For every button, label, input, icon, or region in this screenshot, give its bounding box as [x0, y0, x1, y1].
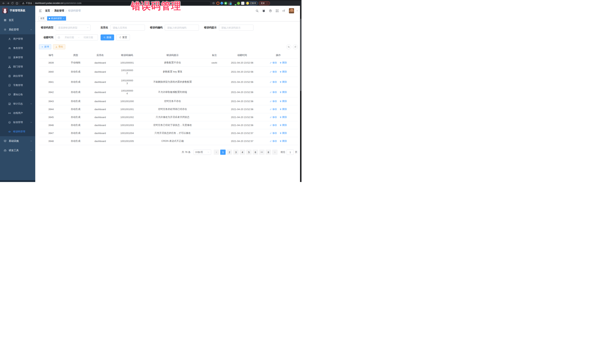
scrollbar-thumb[interactable] — [300, 19, 301, 91]
delete-link[interactable]: 删除 — [280, 116, 287, 119]
edit-link[interactable]: 修改 — [270, 91, 277, 94]
extension-icon-puzzle[interactable] — [241, 2, 244, 5]
browser-home-icon[interactable] — [15, 1, 19, 5]
extension-icon-grid-drop[interactable] — [228, 2, 232, 5]
delete-link[interactable]: 删除 — [280, 91, 287, 94]
prev-page-button[interactable] — [214, 150, 219, 155]
breadcrumb-system[interactable]: 系统管理 — [54, 9, 64, 12]
page-button-4[interactable]: 4 — [240, 150, 245, 155]
edit-link[interactable]: 修改 — [270, 140, 277, 143]
browser-address-bar[interactable]: 不安全 dashboard.yudao.iocoder.cn/system/er… — [20, 1, 211, 5]
breadcrumb-home[interactable]: 首页 — [45, 9, 50, 12]
sidebar-item-infrastructure[interactable]: 基础设施 — [0, 136, 35, 146]
reset-button[interactable]: 重置 — [116, 34, 130, 40]
plus-icon — [41, 46, 43, 48]
sidebar-item-announcements[interactable]: 通知公告 — [0, 90, 35, 99]
edit-link[interactable]: 修改 — [270, 124, 277, 127]
col-type: 类型 — [63, 52, 88, 59]
search-button[interactable]: 搜索 — [101, 34, 114, 40]
tab-home[interactable]: 首页 — [39, 16, 46, 21]
code-icon — [8, 130, 11, 133]
sidebar-item-positions[interactable]: 岗位管理 — [0, 71, 35, 81]
sidebar-item-users[interactable]: 用户管理 — [0, 34, 35, 44]
tab-error-code[interactable]: 错误码管理 — [47, 16, 66, 21]
next-page-button[interactable] — [272, 150, 278, 155]
browser-forward-icon[interactable] — [6, 1, 10, 5]
browser-reload-icon[interactable] — [11, 1, 14, 5]
trash-icon — [280, 81, 282, 83]
edit-link[interactable]: 修改 — [270, 116, 277, 119]
error-hint-input[interactable] — [219, 25, 254, 31]
caret-down-icon[interactable] — [296, 10, 298, 12]
dashboard-icon — [4, 19, 7, 22]
scrollbar[interactable] — [300, 6, 302, 182]
table-row: 3939 手动编辑 dashboard 1001000001 参数配置不存在 c… — [39, 59, 298, 67]
goto-page-input[interactable] — [287, 150, 294, 155]
export-button[interactable]: 导出 — [53, 44, 65, 49]
user-avatar[interactable] — [289, 8, 294, 13]
extension-icon-tampermonkey[interactable]: on — [233, 2, 236, 5]
delete-link[interactable]: 删除 — [280, 70, 287, 73]
sidebar-item-home[interactable]: 首页 — [0, 15, 35, 25]
github-icon[interactable] — [262, 9, 265, 12]
sidebar-item-system[interactable]: 系统管理 — [0, 25, 35, 34]
sidebar-item-departments[interactable]: 部门管理 — [0, 62, 35, 71]
close-icon[interactable] — [63, 18, 64, 19]
edit-link[interactable]: 修改 — [270, 70, 277, 73]
page-size-select[interactable] — [194, 150, 211, 155]
edit-link[interactable]: 修改 — [270, 132, 277, 135]
page-button-6[interactable]: 6 — [253, 150, 258, 155]
col-time: 创建时间 — [225, 52, 259, 59]
extension-icon-orange[interactable] — [216, 2, 220, 5]
page-button-2[interactable]: 2 — [227, 150, 232, 155]
sidebar-item-online-users[interactable]: 在线用户 — [0, 109, 35, 118]
delete-link[interactable]: 删除 — [280, 80, 287, 84]
sidebar-item-sms[interactable]: 短信管理 — [0, 118, 35, 127]
sidebar-collapse-bar[interactable] — [0, 180, 35, 182]
page-button-3[interactable]: 3 — [233, 150, 239, 155]
error-type-select[interactable] — [56, 25, 91, 31]
fullscreen-icon[interactable] — [276, 9, 279, 12]
browser-update-button[interactable]: 更新 — [259, 1, 270, 5]
delete-link[interactable]: 删除 — [280, 108, 287, 111]
toggle-search-button[interactable] — [286, 44, 291, 49]
error-code-input[interactable] — [165, 25, 199, 31]
pen-icon — [270, 124, 272, 126]
extension-icon-gem[interactable] — [220, 1, 223, 5]
page-button-5[interactable]: 5 — [246, 150, 252, 155]
delete-link[interactable]: 删除 — [280, 100, 287, 103]
add-button[interactable]: 新增 — [39, 44, 51, 49]
chevron-up-icon — [30, 29, 32, 31]
date-range-picker[interactable]: 开始日期 - 结束日期 — [56, 34, 98, 40]
pagination-ellipsis[interactable]: ••• — [259, 150, 265, 155]
refresh-table-button[interactable] — [293, 44, 298, 49]
search-icon[interactable] — [255, 9, 259, 12]
browser-back-icon[interactable] — [2, 1, 5, 5]
sidebar-item-error-code[interactable]: 错误码管理 — [0, 127, 35, 136]
extension-icon-green-y[interactable] — [224, 2, 227, 5]
page-button-1[interactable]: 1 — [220, 150, 226, 155]
hamburger-icon[interactable] — [39, 9, 42, 13]
breadcrumb-current: 错误码管理 — [68, 9, 81, 12]
delete-link[interactable]: 删除 — [280, 132, 287, 135]
edit-link[interactable]: 修改 — [270, 108, 277, 111]
app-name-input[interactable] — [110, 25, 145, 31]
sidebar-item-roles[interactable]: 角色管理 — [0, 44, 35, 53]
edit-link[interactable]: 修改 — [270, 61, 277, 64]
edit-link[interactable]: 修改 — [270, 80, 277, 84]
extension-icon-plant[interactable] — [237, 2, 240, 5]
delete-link[interactable]: 删除 — [280, 61, 287, 64]
sidebar-item-audit-log[interactable]: 审计日志 — [0, 99, 35, 109]
sidebar-item-dev-tools[interactable]: 研发工具 — [0, 146, 35, 155]
bookmark-star-icon[interactable] — [212, 1, 215, 5]
delete-link[interactable]: 删除 — [280, 124, 287, 127]
sidebar-item-dictionary[interactable]: 字典管理 — [0, 81, 35, 90]
delete-link[interactable]: 删除 — [280, 140, 287, 143]
font-size-icon[interactable] — [282, 9, 285, 12]
edit-link[interactable]: 修改 — [270, 100, 277, 103]
help-icon[interactable] — [269, 9, 272, 12]
extension-paused-badge[interactable]: 已暂停 — [245, 1, 258, 5]
app-logo-row[interactable]: 芋道管理系统 — [0, 6, 35, 15]
page-button-last[interactable]: 8 — [266, 150, 271, 155]
sidebar-item-menus[interactable]: 菜单管理 — [0, 53, 35, 62]
